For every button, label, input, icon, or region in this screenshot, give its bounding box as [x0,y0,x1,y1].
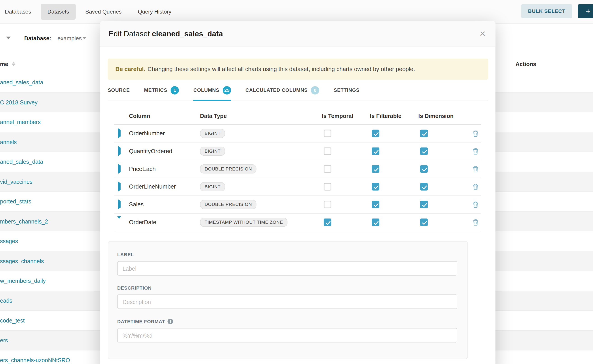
column-row: Sales DOUBLE PRECISION [114,196,481,214]
tab-metrics[interactable]: METRICS 1 [144,80,179,101]
tab-label: METRICS [144,87,167,93]
nav-tab-query-history[interactable]: Query History [131,4,178,20]
dataset-link[interactable]: ssages [0,238,18,244]
modal-header: Edit Dataset cleaned_sales_data × [100,21,495,46]
dataset-link[interactable]: aned_sales_data [0,79,43,85]
datetime-format-input[interactable] [117,328,457,343]
is-temporal-checkbox[interactable] [324,148,331,155]
edit-dataset-modal: Edit Dataset cleaned_sales_data × Be car… [100,21,495,364]
dataset-link[interactable]: aned_sales_data [0,159,43,165]
expand-caret-icon[interactable] [118,164,121,174]
tab-calculated-columns[interactable]: CALCULATED COLUMNS 0 [245,80,319,101]
tab-label: SETTINGS [334,87,359,93]
database-filter-label: Database: [24,35,51,41]
tab-count-badge: 0 [311,86,319,94]
tab-columns[interactable]: COLUMNS 25 [193,80,231,101]
column-header-is-temporal: Is Temporal [322,112,370,119]
delete-column-icon[interactable] [473,166,478,172]
modal-tabs: SOURCE METRICS 1 COLUMNS 25 CALCULATED C… [108,80,488,101]
is-filterable-checkbox[interactable] [372,219,380,226]
is-temporal-checkbox[interactable] [324,183,331,191]
column-name: OrderLineNumber [129,183,200,190]
dataset-link[interactable]: annel_members [0,119,41,125]
dataset-link[interactable]: C 2018 Survey [0,99,38,105]
dataset-link[interactable]: vid_vaccines [0,178,33,185]
is-dimension-checkbox[interactable] [420,201,428,208]
label-field-group: LABEL [117,252,457,276]
tab-settings[interactable]: SETTINGS [334,80,359,101]
nav-tab-datasets[interactable]: Datasets [41,4,76,20]
is-dimension-checkbox[interactable] [420,148,428,155]
data-type-badge: BIGINT [200,147,225,156]
datetime-format-field-group: DATETIME FORMAT [117,319,457,343]
dataset-link[interactable]: ssages_channels [0,258,44,264]
filter-dropdown-caret-icon[interactable] [6,37,11,39]
is-temporal-checkbox[interactable] [324,130,331,137]
delete-column-icon[interactable] [473,130,478,136]
delete-column-icon[interactable] [473,201,478,208]
dataset-link[interactable]: ers_channels-uzooNNtSRO [0,357,70,363]
dataset-link[interactable]: ported_stats [0,198,31,205]
expand-caret-icon[interactable] [118,146,121,156]
column-row: OrderDate TIMESTAMP WITHOUT TIME ZONE [114,214,481,231]
delete-column-icon[interactable] [473,219,478,225]
is-filterable-checkbox[interactable] [372,148,380,155]
name-column-header[interactable]: me [0,61,8,67]
column-name: PriceEach [129,166,200,172]
nav-tab-databases[interactable]: Databases [0,4,38,20]
sort-icon[interactable] [12,62,15,66]
column-header-is-filterable: Is Filterable [370,112,418,119]
is-filterable-checkbox[interactable] [372,201,380,208]
database-filter-value[interactable]: examples [58,35,82,41]
bulk-select-button[interactable]: BULK SELECT [521,4,572,18]
add-button[interactable]: + [578,4,593,18]
close-icon[interactable]: × [478,28,487,39]
label-input[interactable] [117,261,457,276]
expand-caret-icon[interactable] [118,181,121,191]
delete-column-icon[interactable] [473,184,478,190]
column-name: OrderNumber [129,130,200,137]
dataset-link[interactable]: code_test [0,317,25,324]
tab-source[interactable]: SOURCE [108,80,130,101]
dataset-link[interactable]: annels [0,139,17,145]
is-filterable-checkbox[interactable] [372,165,380,173]
column-header-data-type: Data Type [200,112,322,119]
is-dimension-checkbox[interactable] [420,183,428,191]
is-dimension-checkbox[interactable] [420,165,428,173]
info-icon[interactable] [168,319,173,324]
description-field-label: DESCRIPTION [117,285,457,291]
column-name: Sales [129,201,200,208]
expand-caret-icon[interactable] [117,216,121,225]
is-dimension-checkbox[interactable] [420,219,428,226]
delete-column-icon[interactable] [473,148,478,154]
column-row: PriceEach DOUBLE PRECISION [114,160,481,178]
tab-label: SOURCE [108,87,130,93]
dataset-link[interactable]: eads [0,298,13,304]
expand-caret-icon[interactable] [118,199,121,209]
is-filterable-checkbox[interactable] [372,130,380,137]
description-field-group: DESCRIPTION [117,285,457,309]
dataset-link[interactable]: ers [0,337,8,344]
is-temporal-checkbox[interactable] [324,201,331,208]
description-input[interactable] [117,294,457,309]
expand-caret-icon[interactable] [118,128,121,138]
dataset-link[interactable]: mbers_channels_2 [0,218,48,224]
modal-body: Be careful. Changing these settings will… [100,46,495,359]
columns-table-header-row: Column Data Type Is Temporal Is Filterab… [114,101,481,125]
nav-tab-saved-queries[interactable]: Saved Queries [79,4,128,20]
app-root: DatabasesDatasetsSaved QueriesQuery Hist… [0,0,593,364]
data-type-badge: TIMESTAMP WITHOUT TIME ZONE [200,218,288,227]
columns-table: Column Data Type Is Temporal Is Filterab… [114,101,481,231]
warning-banner: Be careful. Changing these settings will… [108,59,488,80]
is-temporal-checkbox[interactable] [324,219,331,226]
dataset-link[interactable]: w_members_daily [0,278,46,284]
data-type-badge: BIGINT [200,182,225,191]
warning-bold: Be careful. [115,66,145,73]
is-dimension-checkbox[interactable] [420,130,428,137]
columns-table-body: OrderNumber BIGINT QuantityOrdered BIGIN… [114,125,481,231]
is-filterable-checkbox[interactable] [372,183,380,191]
is-temporal-checkbox[interactable] [324,165,331,173]
database-dropdown-caret-icon[interactable] [82,37,86,39]
tab-label: COLUMNS [193,87,219,93]
column-name: QuantityOrdered [129,148,200,155]
